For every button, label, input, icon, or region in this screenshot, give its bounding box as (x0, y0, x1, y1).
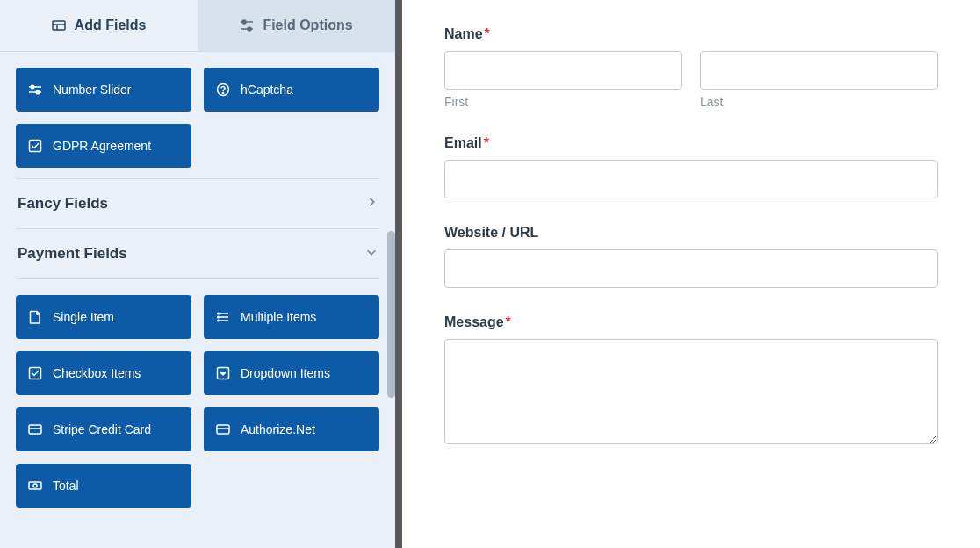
field-authorize-net[interactable]: Authorize.Net (204, 407, 379, 451)
sublabel-last: Last (700, 95, 938, 109)
field-hcaptcha[interactable]: hCaptcha (204, 68, 379, 112)
svg-point-6 (248, 27, 251, 31)
label-email: Email* (444, 135, 938, 151)
field-dropdown-items[interactable]: Dropdown Items (204, 351, 379, 395)
section-title: Fancy Fields (18, 195, 108, 213)
svg-rect-13 (30, 141, 41, 152)
svg-point-9 (31, 85, 34, 89)
sidebar: Add Fields Field Options Number Slider h… (0, 0, 402, 548)
tabs: Add Fields Field Options (0, 0, 395, 52)
svg-rect-24 (217, 425, 229, 434)
scrollbar[interactable] (387, 231, 395, 398)
input-first-name[interactable] (444, 51, 682, 90)
field-total[interactable]: Total (16, 464, 191, 508)
misc-fields-grid: Number Slider hCaptcha GDPR Agreement (16, 68, 379, 168)
check-square-icon (28, 139, 42, 153)
chevron-down-icon (365, 246, 378, 262)
svg-rect-20 (30, 368, 41, 379)
payment-fields-grid: Single Item Multiple Items Checkbox Item… (16, 295, 379, 508)
field-name: Name* First Last (444, 26, 938, 109)
label-website: Website / URL (444, 225, 938, 241)
field-stripe-credit-card[interactable]: Stripe Credit Card (16, 407, 191, 451)
chevron-right-icon (365, 196, 378, 212)
input-last-name[interactable] (700, 51, 938, 90)
field-label: Number Slider (53, 83, 131, 97)
input-message[interactable] (444, 339, 938, 444)
required-asterisk: * (485, 26, 490, 41)
field-number-slider[interactable]: Number Slider (16, 68, 191, 112)
tab-add-fields[interactable]: Add Fields (0, 0, 198, 51)
label-name: Name* (444, 26, 938, 42)
tab-field-options[interactable]: Field Options (198, 0, 395, 51)
svg-point-5 (242, 20, 246, 24)
field-email: Email* (444, 135, 938, 198)
file-icon (28, 310, 42, 324)
svg-rect-0 (53, 21, 65, 30)
field-label: Stripe Credit Card (53, 422, 151, 436)
sliders-icon (240, 18, 254, 32)
svg-rect-22 (29, 425, 41, 434)
list-icon (216, 310, 230, 324)
caret-square-icon (216, 366, 230, 380)
field-label: hCaptcha (241, 83, 293, 97)
section-payment-fields[interactable]: Payment Fields (16, 229, 379, 279)
section-fancy-fields[interactable]: Fancy Fields (16, 178, 379, 229)
svg-point-18 (218, 316, 220, 318)
field-checkbox-items[interactable]: Checkbox Items (16, 351, 191, 395)
field-label: Authorize.Net (241, 422, 315, 436)
money-icon (28, 479, 42, 493)
required-asterisk: * (506, 314, 511, 329)
field-label: Dropdown Items (241, 366, 330, 380)
svg-rect-26 (29, 482, 41, 489)
section-title: Payment Fields (18, 245, 127, 263)
input-email[interactable] (444, 160, 938, 198)
credit-card-icon (216, 422, 230, 436)
sublabel-first: First (444, 95, 682, 109)
required-asterisk: * (484, 135, 489, 150)
form-preview: Name* First Last Email* Website / URL Me… (402, 0, 980, 548)
tab-label: Field Options (263, 18, 352, 33)
field-single-item[interactable]: Single Item (16, 295, 191, 339)
tab-label: Add Fields (75, 18, 147, 33)
field-website: Website / URL (444, 225, 938, 288)
svg-point-19 (218, 320, 220, 321)
check-square-icon (28, 366, 42, 380)
field-message: Message* (444, 314, 938, 448)
svg-point-17 (218, 313, 220, 314)
field-label: Total (53, 479, 79, 493)
field-gdpr-agreement[interactable]: GDPR Agreement (16, 124, 191, 168)
label-message: Message* (444, 314, 938, 330)
sliders-icon (28, 83, 42, 97)
credit-card-icon (28, 422, 42, 436)
field-label: Checkbox Items (53, 366, 141, 380)
sidebar-content: Number Slider hCaptcha GDPR Agreement Fa… (0, 52, 395, 548)
field-label: Multiple Items (241, 310, 316, 324)
help-circle-icon (216, 83, 230, 97)
svg-point-10 (36, 90, 40, 94)
svg-point-27 (33, 484, 37, 487)
field-multiple-items[interactable]: Multiple Items (204, 295, 379, 339)
input-website[interactable] (444, 249, 938, 288)
field-label: Single Item (53, 310, 114, 324)
field-label: GDPR Agreement (53, 139, 151, 153)
grid-icon (52, 18, 66, 32)
svg-point-12 (222, 92, 223, 93)
